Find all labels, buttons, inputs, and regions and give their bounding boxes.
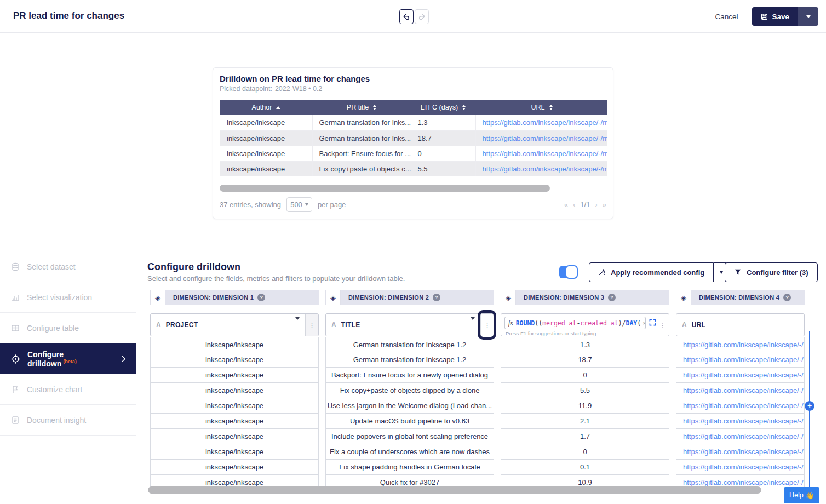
field-menu-button[interactable]: ⋮ <box>480 314 494 336</box>
kebab-icon: ⋮ <box>308 321 316 329</box>
filter-button-label: Configure filter (3) <box>747 268 808 277</box>
list-item-url-link[interactable]: https://gitlab.com/inkscape/inkscape/-/m… <box>676 398 805 414</box>
cell-author: inkscape/inkscape <box>220 146 312 161</box>
preview-table-wrap: Author PR title LTFC (days) URL inkscape… <box>220 100 607 176</box>
formula-token: DAY <box>626 319 638 327</box>
field-menu-button[interactable]: ⋮ <box>656 314 669 336</box>
formula-token: - <box>576 319 580 327</box>
dimension-3-formula-box[interactable]: fx ROUND((merged_at-created_at)/DAY( ✕ P… <box>501 313 669 336</box>
list-item: 2.1 <box>501 414 669 429</box>
preview-horizontal-scrollbar[interactable] <box>220 185 550 192</box>
config-horizontal-scrollbar[interactable] <box>148 486 761 494</box>
dimension-label: DIMENSION: DIMENSION 3 <box>524 294 604 301</box>
sidebar-item-select-dataset[interactable]: Select dataset <box>0 251 136 282</box>
list-item-url-link[interactable]: https://gitlab.com/inkscape/inkscape/-/m… <box>676 429 805 444</box>
cancel-button[interactable]: Cancel <box>715 13 738 21</box>
help-icon[interactable]: ? <box>433 294 440 301</box>
field-menu-button[interactable]: ⋮ <box>305 314 318 336</box>
sidebar-item-document-insight[interactable]: Document insight <box>0 405 136 436</box>
undo-button[interactable] <box>399 9 414 24</box>
list-item: 5.5 <box>501 383 669 398</box>
save-button[interactable]: Save <box>752 7 798 26</box>
dimension-label: DIMENSION: DIMENSION 2 <box>348 294 429 301</box>
text-type-icon: A <box>331 321 336 329</box>
formula-input[interactable]: fx ROUND((merged_at-created_at)/DAY( ✕ <box>504 317 646 329</box>
field-name: PROJECT <box>166 321 198 329</box>
document-icon <box>11 416 20 425</box>
sort-icon <box>549 105 553 110</box>
app-root: PR lead time for changes Cancel <box>0 0 826 504</box>
list-item-url-link[interactable]: https://gitlab.com/inkscape/inkscape/-/m… <box>676 444 805 460</box>
dimension-icon: ◈ <box>325 290 341 305</box>
sidebar-item-customize-chart[interactable]: Customize chart <box>0 374 136 405</box>
list-item-url-link[interactable]: https://gitlab.com/inkscape/inkscape/-/m… <box>676 337 805 352</box>
dimension-1-header: ◈ DIMENSION: DIMENSION 1 ? <box>150 290 319 305</box>
help-button[interactable]: Help 👋 <box>784 487 819 503</box>
next-page-button[interactable]: › <box>595 201 597 209</box>
list-item: Fix copy+paste of objects clipped by a c… <box>325 383 494 398</box>
dimension-3-rows: 1.3 18.7 0 5.5 11.9 2.1 1.7 0 0.1 10.9 <box>501 337 669 490</box>
dimension-2-field-select[interactable]: A TITLE ⋮ <box>325 313 494 336</box>
formula-token: )/ <box>618 319 626 327</box>
cell-url-link[interactable]: https://gitlab.com/inkscape/inkscape/-/m… <box>475 146 607 161</box>
sidebar-item-configure-table[interactable]: Configure table <box>0 313 136 343</box>
dimension-3-header: ◈ DIMENSION: DIMENSION 3 ? <box>501 290 669 305</box>
cell-author: inkscape/inkscape <box>220 130 312 146</box>
page-size-select[interactable]: 500 <box>286 197 312 212</box>
first-page-button[interactable]: « <box>564 201 568 209</box>
prev-page-button[interactable]: ‹ <box>573 201 575 209</box>
list-item-url-link[interactable]: https://gitlab.com/inkscape/inkscape/-/m… <box>676 368 805 383</box>
sidebar-item-configure-drilldown[interactable]: Configure drilldown(beta) <box>0 343 136 374</box>
configure-drilldown-title: Configure drilldown <box>147 261 240 273</box>
per-page-text: per page <box>318 201 346 209</box>
list-item: inkscape/inkscape <box>150 444 319 460</box>
pager-controls: « ‹ 1/1 › » <box>564 201 606 209</box>
field-select-main[interactable]: A PROJECT <box>151 314 305 336</box>
last-page-button[interactable]: » <box>603 201 606 209</box>
column-header-pr-title[interactable]: PR title <box>312 100 411 115</box>
clear-formula-icon[interactable]: ✕ <box>641 319 646 327</box>
apply-config-split-button: Apply recommended config <box>589 262 729 282</box>
column-header-author[interactable]: Author <box>220 100 312 115</box>
list-item: inkscape/inkscape <box>150 337 319 352</box>
save-dropdown-button[interactable] <box>798 7 818 26</box>
cell-url-link[interactable]: https://gitlab.com/inkscape/inkscape/-/m… <box>475 115 607 130</box>
column-header-ltfc[interactable]: LTFC (days) <box>411 100 475 115</box>
page-size-value: 500 <box>290 201 302 209</box>
list-item: 1.7 <box>501 429 669 444</box>
save-icon <box>761 13 768 20</box>
sidebar-item-select-visualization[interactable]: Select visualization <box>0 282 136 313</box>
list-item: Update macOS build pipeline to v0.63 <box>325 414 494 429</box>
list-item: 18.7 <box>501 352 669 368</box>
picked-datapoint-value: 2022-W18 • 0.2 <box>275 85 322 93</box>
column-header-url[interactable]: URL <box>475 100 607 115</box>
flag-icon <box>11 385 20 394</box>
list-item-url-link[interactable]: https://gitlab.com/inkscape/inkscape/-/m… <box>676 460 805 475</box>
field-select-main[interactable]: A TITLE <box>326 314 480 336</box>
dimension-1-field-select[interactable]: A PROJECT ⋮ <box>150 313 319 336</box>
drilldown-enabled-toggle[interactable] <box>559 265 578 279</box>
field-name: TITLE <box>341 321 360 329</box>
redo-button[interactable] <box>415 9 429 24</box>
list-item-url-link[interactable]: https://gitlab.com/inkscape/inkscape/-/m… <box>676 352 805 368</box>
help-icon[interactable]: ? <box>783 294 791 301</box>
drilldown-card-title: Drilldown on PR lead time for changes <box>220 74 370 83</box>
field-select-main[interactable]: A URL <box>676 314 804 336</box>
redo-icon <box>418 13 426 21</box>
cell-ltfc: 0 <box>411 146 475 161</box>
apply-recommended-config-button[interactable]: Apply recommended config <box>589 262 714 282</box>
filter-funnel-icon <box>734 268 742 276</box>
cell-author: inkscape/inkscape <box>220 161 312 176</box>
list-item-url-link[interactable]: https://gitlab.com/inkscape/inkscape/-/m… <box>676 383 805 398</box>
list-item-url-link[interactable]: https://gitlab.com/inkscape/inkscape/-/m… <box>676 414 805 429</box>
help-icon[interactable]: ? <box>608 294 616 301</box>
add-dimension-button[interactable]: + <box>805 401 814 411</box>
dimension-4-field-select[interactable]: A URL <box>676 313 805 336</box>
cell-url-link[interactable]: https://gitlab.com/inkscape/inkscape/-/m… <box>475 161 607 176</box>
entries-text: 37 entries, showing <box>220 201 281 209</box>
chevron-down-icon <box>720 271 723 274</box>
formula-hint: Press F1 for suggestions or start typing… <box>506 330 598 336</box>
help-icon[interactable]: ? <box>257 294 265 301</box>
configure-filter-button[interactable]: Configure filter (3) <box>725 262 818 282</box>
cell-url-link[interactable]: https://gitlab.com/inkscape/inkscape/-/m… <box>475 130 607 146</box>
